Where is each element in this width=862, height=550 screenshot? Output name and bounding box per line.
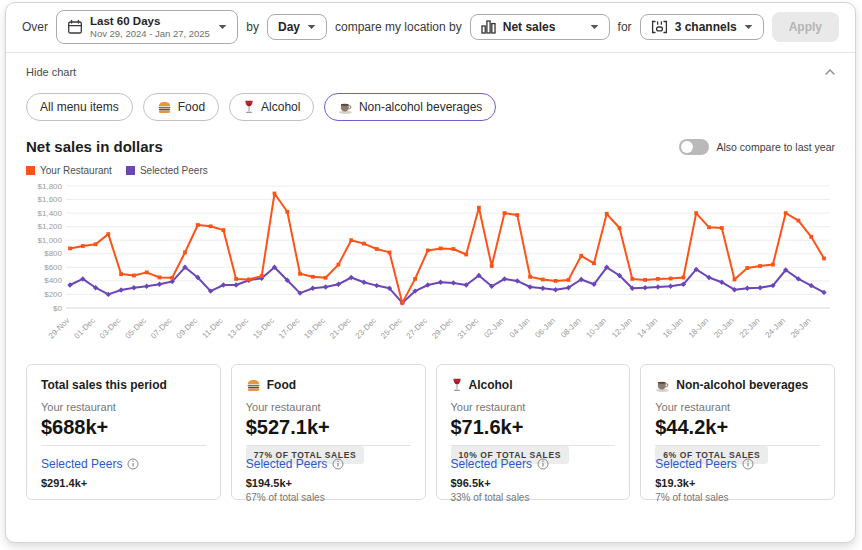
selected-peers-link[interactable]: Selected Peers [41,457,139,471]
data-point[interactable] [438,280,443,285]
data-point[interactable] [81,244,85,248]
data-point[interactable] [68,247,72,251]
data-point[interactable] [822,257,826,261]
data-point[interactable] [515,213,519,217]
selected-peers-link[interactable]: Selected Peers [655,457,753,471]
data-point[interactable] [656,277,660,281]
data-point[interactable] [797,219,801,223]
data-point[interactable] [323,285,328,290]
data-point[interactable] [528,275,532,279]
date-range-dropdown[interactable]: Last 60 Days Nov 29, 2024 - Jan 27, 2025 [56,10,238,44]
selected-peers-link[interactable]: Selected Peers [246,457,344,471]
data-point[interactable] [426,249,430,253]
data-point[interactable] [669,277,673,281]
data-point[interactable] [311,275,315,279]
filter-chip-all-menu-items[interactable]: All menu items [26,93,133,121]
data-point[interactable] [720,226,724,230]
data-point[interactable] [490,264,494,268]
data-point[interactable] [592,262,596,266]
data-point[interactable] [94,243,98,247]
data-point[interactable] [233,283,238,288]
data-point[interactable] [784,211,788,215]
data-point[interactable] [567,278,571,282]
data-point[interactable] [618,226,622,230]
data-point[interactable] [157,282,162,287]
data-point[interactable] [183,251,187,255]
hide-chart-link[interactable]: Hide chart [26,66,76,78]
data-point[interactable] [707,226,711,230]
data-point[interactable] [668,284,673,289]
data-point[interactable] [642,285,647,290]
selected-peers-link[interactable]: Selected Peers [451,457,549,471]
data-point[interactable] [630,277,634,281]
chevron-up-icon[interactable] [825,69,835,75]
data-point[interactable] [452,247,456,251]
data-point[interactable] [579,254,583,258]
data-point[interactable] [106,232,110,236]
data-point[interactable] [337,263,341,267]
data-point[interactable] [273,192,277,196]
data-point[interactable] [554,279,558,283]
data-point[interactable] [541,278,545,282]
data-point[interactable] [771,263,775,267]
data-point[interactable] [119,272,123,276]
data-point[interactable] [247,278,251,282]
info-icon[interactable] [537,458,549,470]
data-point[interactable] [694,211,698,215]
data-point[interactable] [234,277,238,281]
filter-chip-food[interactable]: Food [143,93,219,121]
info-icon[interactable] [742,458,754,470]
data-point[interactable] [809,235,813,239]
data-point[interactable] [362,242,366,246]
toggle-switch[interactable] [679,139,709,155]
info-icon[interactable] [332,458,344,470]
data-point[interactable] [222,228,226,232]
metric-dropdown[interactable]: Net sales [470,14,610,40]
filter-chip-alcohol[interactable]: Alcohol [229,93,314,121]
data-point[interactable] [310,286,315,291]
granularity-dropdown[interactable]: Day [267,14,327,40]
y-axis-tick: $400 [44,277,62,286]
data-point[interactable] [553,287,558,292]
data-point[interactable] [158,276,162,280]
data-point[interactable] [758,264,762,268]
channels-dropdown[interactable]: 3 channels [640,14,764,40]
data-point[interactable] [374,283,379,288]
apply-button[interactable]: Apply [772,12,839,42]
data-point[interactable] [361,280,366,285]
compare-last-year-toggle[interactable]: Also compare to last year [679,139,835,155]
data-point[interactable] [375,247,379,251]
data-point[interactable] [605,212,609,216]
data-point[interactable] [118,288,123,293]
data-point[interactable] [196,223,200,227]
data-point[interactable] [298,272,302,276]
data-point[interactable] [131,285,136,290]
data-point[interactable] [503,211,507,215]
data-point[interactable] [655,285,660,290]
data-point[interactable] [388,251,392,255]
data-point[interactable] [324,276,328,280]
data-point[interactable] [144,284,149,289]
data-point[interactable] [132,274,136,278]
data-point[interactable] [260,274,264,278]
data-point[interactable] [349,239,353,243]
data-point[interactable] [209,225,213,229]
data-point[interactable] [733,278,737,282]
data-point[interactable] [400,301,404,305]
data-point[interactable] [757,285,762,290]
data-point[interactable] [170,276,174,280]
data-point[interactable] [285,210,289,214]
data-point[interactable] [413,277,417,281]
data-point[interactable] [477,206,481,210]
data-point[interactable] [643,278,647,282]
data-point[interactable] [682,276,686,280]
filter-chip-non-alcohol-beverages[interactable]: Non-alcohol beverages [324,93,495,121]
data-point[interactable] [439,247,443,251]
data-point[interactable] [145,271,149,275]
your-restaurant-label: Your restaurant [655,401,820,413]
data-point[interactable] [464,253,468,257]
data-point[interactable] [540,286,545,291]
info-icon[interactable] [127,458,139,470]
data-point[interactable] [745,266,749,270]
data-point[interactable] [745,286,750,291]
